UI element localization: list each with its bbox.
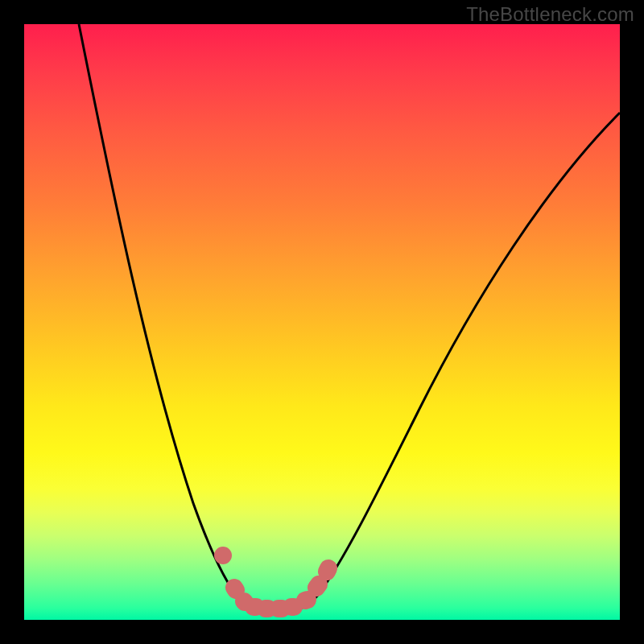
- plot-area: [24, 24, 620, 620]
- chart-svg: [24, 24, 620, 620]
- bottleneck-curve: [79, 24, 620, 609]
- chart-frame: TheBottleneck.com: [0, 0, 644, 644]
- watermark-text: TheBottleneck.com: [466, 3, 634, 26]
- overlay-dots: [223, 555, 328, 609]
